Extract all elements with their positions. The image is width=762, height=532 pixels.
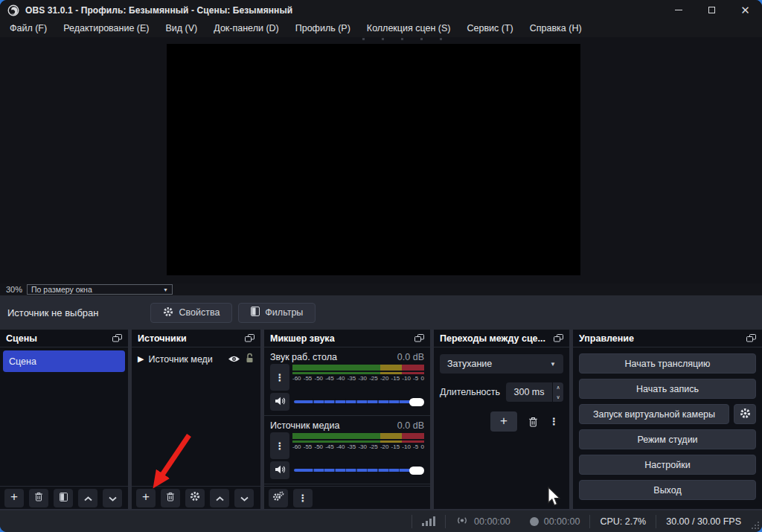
- remove-source-button[interactable]: [161, 489, 180, 507]
- spin-down-icon[interactable]: ∨: [553, 392, 563, 402]
- context-status-text: Источник не выбран: [7, 307, 98, 318]
- sources-dock-header: Источники: [132, 330, 260, 347]
- add-source-button[interactable]: +: [136, 489, 156, 507]
- gear-icon: [740, 408, 751, 421]
- mixer-dock-header: Микшер звука: [264, 330, 430, 347]
- preview-canvas[interactable]: [167, 44, 580, 275]
- volume-meter: [292, 365, 424, 371]
- lock-icon[interactable]: [245, 353, 254, 365]
- popout-icon[interactable]: [746, 334, 756, 342]
- fps-indicator: 30.00 / 30.00 FPS: [656, 516, 751, 527]
- transition-dropdown[interactable]: Затухание ▼: [440, 354, 563, 374]
- duration-value[interactable]: 300 ms: [506, 382, 552, 402]
- channel-menu-button[interactable]: ⋮: [270, 364, 289, 391]
- add-scene-button[interactable]: +: [4, 489, 24, 507]
- scene-list-item[interactable]: Сцена: [3, 350, 125, 372]
- scale-mode-dropdown[interactable]: По размеру окна ▼: [27, 284, 173, 295]
- menu-help[interactable]: Справка (H): [522, 20, 590, 37]
- filter-icon: [251, 307, 260, 318]
- volume-slider-handle[interactable]: [409, 398, 424, 406]
- duration-spinbox[interactable]: 300 ms ∧ ∨: [506, 382, 563, 402]
- volume-slider[interactable]: [292, 397, 424, 407]
- start-recording-button[interactable]: Начать запись: [579, 379, 756, 399]
- scenes-dock-header: Сцены: [0, 330, 128, 347]
- start-virtual-camera-button[interactable]: Запуск виртуальной камеры: [579, 404, 729, 424]
- scenes-list: Сцена: [0, 347, 128, 486]
- docks-row: Сцены Сцена + Источники ▶: [0, 330, 762, 510]
- remove-scene-button[interactable]: [29, 489, 48, 507]
- status-bar: 00:00:00 00:00:00 CPU: 2.7% 30.00 / 30.0…: [0, 510, 762, 532]
- menu-scene-collection[interactable]: Коллекция сцен (S): [359, 20, 459, 37]
- start-streaming-button[interactable]: Начать трансляцию: [579, 353, 756, 374]
- menu-tools[interactable]: Сервис (T): [458, 20, 521, 37]
- spin-up-icon[interactable]: ∧: [553, 382, 563, 392]
- move-scene-down-button[interactable]: [103, 489, 122, 507]
- splitter-handle[interactable]: [362, 38, 459, 40]
- scenes-dock: Сцены Сцена +: [0, 330, 128, 509]
- title-bar: OBS 31.0.1 - Профиль: Безымянный - Сцены…: [0, 0, 762, 20]
- studio-mode-button[interactable]: Режим студии: [579, 429, 756, 449]
- menu-edit[interactable]: Редактирование (E): [55, 20, 157, 37]
- chevron-down-icon: ▼: [163, 287, 168, 292]
- sources-dock-title: Источники: [138, 333, 187, 344]
- network-status: [412, 516, 445, 526]
- volume-meter: [292, 372, 424, 374]
- transition-menu-button[interactable]: ⋮: [549, 416, 559, 427]
- stream-time: 00:00:00: [474, 516, 510, 527]
- mixer-toolbar: ⋮: [264, 486, 430, 509]
- mixer-menu-button[interactable]: ⋮: [293, 489, 313, 507]
- scene-filters-button[interactable]: [54, 489, 73, 507]
- source-context-bar: Источник не выбран Свойства Фильтры: [0, 295, 762, 330]
- menu-docks[interactable]: Док-панели (D): [205, 20, 286, 37]
- scenes-dock-title: Сцены: [6, 333, 37, 344]
- menu-view[interactable]: Вид (V): [158, 20, 206, 37]
- virtual-camera-settings-button[interactable]: [734, 404, 756, 424]
- mixer-channel-media-source: Источник медиа 0.0 dB ⋮ -60-55-50-45-40-…: [264, 415, 430, 479]
- obs-main-window: OBS 31.0.1 - Профиль: Безымянный - Сцены…: [0, 0, 762, 532]
- move-source-up-button[interactable]: [210, 489, 229, 507]
- add-transition-button[interactable]: +: [490, 411, 517, 432]
- resize-grip[interactable]: [751, 521, 760, 530]
- popout-icon[interactable]: [414, 334, 424, 342]
- sources-dock: Источники ▶ Источник меди +: [132, 330, 260, 509]
- exit-button[interactable]: Выход: [579, 480, 756, 500]
- visibility-eye-icon[interactable]: [228, 355, 240, 363]
- speaker-icon: [275, 395, 286, 408]
- chevron-up-icon: [84, 491, 92, 504]
- mixer-channels: Звук раб. стола 0.0 dB ⋮ -60-55-50-45-40…: [264, 347, 430, 486]
- popout-icon[interactable]: [245, 334, 254, 342]
- duration-label: Длительность: [440, 387, 500, 397]
- source-name: Источник меди: [148, 354, 212, 365]
- minimize-button[interactable]: [662, 0, 695, 20]
- maximize-button[interactable]: [695, 0, 729, 20]
- move-source-down-button[interactable]: [234, 489, 254, 507]
- menu-file[interactable]: Файл (F): [1, 20, 55, 37]
- scale-mode-value: По размеру окна: [31, 285, 163, 294]
- mute-button[interactable]: [270, 393, 289, 411]
- chevron-down-icon: [109, 491, 117, 504]
- filters-button[interactable]: Фильтры: [238, 303, 316, 323]
- zoom-level: 30%: [6, 285, 22, 294]
- stream-timer: 00:00:00: [446, 516, 520, 528]
- channel-menu-button[interactable]: ⋮: [270, 432, 289, 459]
- properties-button[interactable]: Свойства: [150, 303, 232, 323]
- popout-icon[interactable]: [554, 334, 563, 342]
- mixer-channel-desktop-audio: Звук раб. стола 0.0 dB ⋮ -60-55-50-45-40…: [264, 347, 430, 411]
- record-time: 00:00:00: [544, 516, 580, 527]
- remove-transition-button[interactable]: [528, 417, 538, 427]
- volume-slider[interactable]: [292, 465, 424, 475]
- popout-icon[interactable]: [112, 334, 122, 342]
- settings-button[interactable]: Настройки: [579, 455, 756, 475]
- channel-name: Звук раб. стола: [270, 352, 337, 362]
- menu-profile[interactable]: Профиль (P): [287, 20, 359, 37]
- source-list-item[interactable]: ▶ Источник меди: [132, 347, 260, 365]
- source-properties-button[interactable]: [185, 489, 205, 507]
- move-scene-up-button[interactable]: [78, 489, 97, 507]
- close-button[interactable]: ✕: [729, 0, 762, 20]
- filters-button-label: Фильтры: [265, 307, 303, 318]
- mute-button[interactable]: [270, 461, 289, 479]
- broadcast-icon: [455, 516, 469, 528]
- advanced-audio-button[interactable]: [269, 489, 288, 507]
- scene-transitions-dock: Переходы между сце... Затухание ▼ Длител…: [434, 330, 569, 509]
- volume-slider-handle[interactable]: [409, 467, 424, 475]
